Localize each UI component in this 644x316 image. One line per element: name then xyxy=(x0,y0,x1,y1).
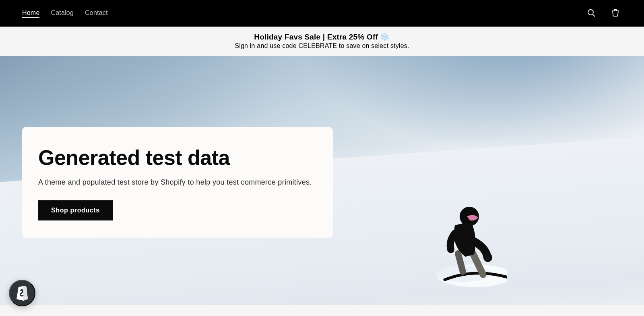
site-header: Home Catalog Contact xyxy=(0,0,644,27)
cart-button[interactable] xyxy=(609,6,622,21)
svg-point-0 xyxy=(588,10,593,15)
cart-icon xyxy=(611,8,620,19)
nav-link-contact[interactable]: Contact xyxy=(85,9,108,18)
svg-line-1 xyxy=(593,15,595,17)
search-button[interactable] xyxy=(585,6,598,21)
header-actions xyxy=(585,6,622,21)
hero-title: Generated test data xyxy=(38,146,317,169)
search-icon xyxy=(586,8,596,19)
announcement-subtext: Sign in and use code CELEBRATE to save o… xyxy=(0,42,644,50)
nav-link-home[interactable]: Home xyxy=(22,9,39,18)
shop-products-button[interactable]: Shop products xyxy=(38,200,113,220)
hero-section: Generated test data A theme and populate… xyxy=(0,56,644,305)
announcement-headline: Holiday Favs Sale | Extra 25% Off ❄️ xyxy=(0,32,644,42)
primary-nav: Home Catalog Contact xyxy=(22,9,108,18)
shopify-icon xyxy=(14,285,30,301)
shopify-badge-button[interactable] xyxy=(9,280,35,306)
nav-link-catalog[interactable]: Catalog xyxy=(51,9,74,18)
hero-description: A theme and populated test store by Shop… xyxy=(38,178,317,187)
announcement-bar: Holiday Favs Sale | Extra 25% Off ❄️ Sig… xyxy=(0,27,644,56)
hero-card: Generated test data A theme and populate… xyxy=(22,127,333,238)
